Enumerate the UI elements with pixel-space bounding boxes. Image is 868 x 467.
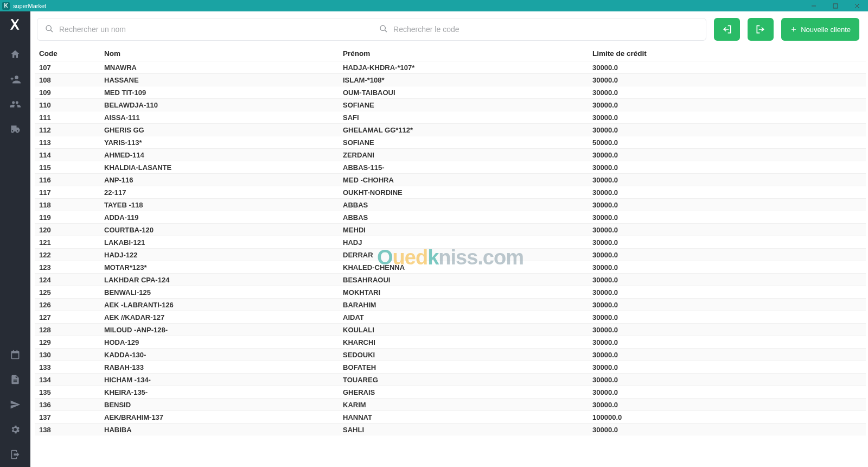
- app-logo[interactable]: [8, 17, 23, 32]
- new-client-label: Nouvelle cliente: [801, 26, 851, 34]
- cell-code: 119: [35, 211, 100, 224]
- cell-prenom: ZERDANI: [339, 149, 588, 161]
- cell-limit: 30000.0: [588, 361, 866, 374]
- nav-truck[interactable]: [0, 117, 30, 142]
- table-row[interactable]: 138HABIBASAHLI30000.0: [35, 424, 866, 436]
- th-code[interactable]: Code: [35, 47, 100, 61]
- nav-home[interactable]: [0, 42, 30, 67]
- cell-prenom: ABBAS-115-: [339, 161, 588, 174]
- clients-table: Code Nom Prénom Limite de crédit 107MNAW…: [35, 47, 866, 436]
- table-row[interactable]: 111AISSA-111SAFI30000.0: [35, 111, 866, 124]
- cell-limit: 30000.0: [588, 286, 866, 299]
- table-row[interactable]: 120COURTBA-120MEHDI30000.0: [35, 224, 866, 236]
- cell-prenom: SEDOUKI: [339, 349, 588, 361]
- table-row[interactable]: 114AHMED-114ZERDANI30000.0: [35, 149, 866, 161]
- table-row[interactable]: 112GHERIS GGGHELAMAL GG*112*30000.0: [35, 124, 866, 136]
- table-row[interactable]: 11722-117OUKHT-NORDINE30000.0: [35, 186, 866, 199]
- th-prenom[interactable]: Prénom: [339, 47, 588, 61]
- cell-code: 129: [35, 336, 100, 349]
- table-row[interactable]: 133RABAH-133BOFATEH30000.0: [35, 361, 866, 374]
- nav-logout[interactable]: [0, 442, 30, 467]
- table-row[interactable]: 134HICHAM -134-TOUAREG30000.0: [35, 374, 866, 386]
- new-client-button[interactable]: Nouvelle cliente: [781, 18, 859, 41]
- table-row[interactable]: 115KHALDIA-LASANTEABBAS-115-30000.0: [35, 161, 866, 174]
- table-row[interactable]: 122HADJ-122DERRAR30000.0: [35, 249, 866, 261]
- minimize-button[interactable]: [803, 0, 825, 11]
- cell-nom: ADDA-119: [100, 211, 339, 224]
- cell-nom: AEK/BRAHIM-137: [100, 411, 339, 424]
- cell-limit: 30000.0: [588, 324, 866, 336]
- cell-code: 110: [35, 99, 100, 111]
- table-row[interactable]: 121LAKABI-121HADJ30000.0: [35, 236, 866, 249]
- cell-code: 109: [35, 86, 100, 99]
- table-row[interactable]: 128MILOUD -ANP-128-KOULALI30000.0: [35, 324, 866, 336]
- cell-code: 130: [35, 349, 100, 361]
- cell-limit: 30000.0: [588, 249, 866, 261]
- cell-nom: BELAWDJA-110: [100, 99, 339, 111]
- table-container[interactable]: Code Nom Prénom Limite de crédit 107MNAW…: [35, 47, 866, 467]
- cell-nom: LAKABI-121: [100, 236, 339, 249]
- th-nom[interactable]: Nom: [100, 47, 339, 61]
- cell-prenom: KHALED-CHENNA: [339, 261, 588, 274]
- cell-limit: 30000.0: [588, 424, 866, 436]
- table-row[interactable]: 127AEK //KADAR-127AIDAT30000.0: [35, 311, 866, 324]
- cell-nom: KHEIRA-135-: [100, 386, 339, 399]
- window-titlebar: K superMarket: [0, 0, 868, 11]
- table-row[interactable]: 109MED TIT-109OUM-TAIBAOUI30000.0: [35, 86, 866, 99]
- cell-nom: MILOUD -ANP-128-: [100, 324, 339, 336]
- cell-prenom: AIDAT: [339, 311, 588, 324]
- search-code-input[interactable]: [393, 25, 698, 34]
- cell-nom: AEK //KADAR-127: [100, 311, 339, 324]
- nav-settings[interactable]: [0, 417, 30, 442]
- cell-nom: TAYEB -118: [100, 199, 339, 211]
- maximize-button[interactable]: [825, 0, 846, 11]
- table-row[interactable]: 137AEK/BRAHIM-137HANNAT100000.0: [35, 411, 866, 424]
- search-name-input[interactable]: [59, 25, 364, 34]
- nav-users[interactable]: [0, 92, 30, 117]
- close-button[interactable]: [846, 0, 868, 11]
- cell-prenom: HANNAT: [339, 411, 588, 424]
- cell-nom: HODA-129: [100, 336, 339, 349]
- table-row[interactable]: 118TAYEB -118ABBAS30000.0: [35, 199, 866, 211]
- cell-limit: 30000.0: [588, 336, 866, 349]
- table-row[interactable]: 108HASSANEISLAM-*108*30000.0: [35, 74, 866, 86]
- table-row[interactable]: 125BENWALI-125MOKHTARI30000.0: [35, 286, 866, 299]
- cell-limit: 30000.0: [588, 74, 866, 86]
- table-row[interactable]: 116ANP-116MED -CHOHRA30000.0: [35, 174, 866, 186]
- cell-limit: 30000.0: [588, 261, 866, 274]
- cell-nom: LAKHDAR CPA-124: [100, 274, 339, 286]
- cell-limit: 30000.0: [588, 149, 866, 161]
- table-row[interactable]: 113YARIS-113*SOFIANE50000.0: [35, 136, 866, 149]
- cell-nom: ANP-116: [100, 174, 339, 186]
- cell-code: 121: [35, 236, 100, 249]
- table-row[interactable]: 124LAKHDAR CPA-124BESAHRAOUI30000.0: [35, 274, 866, 286]
- cell-limit: 30000.0: [588, 311, 866, 324]
- table-row[interactable]: 110BELAWDJA-110SOFIANE30000.0: [35, 99, 866, 111]
- th-limit[interactable]: Limite de crédit: [588, 47, 866, 61]
- nav-send[interactable]: [0, 392, 30, 417]
- export-button[interactable]: [748, 18, 774, 41]
- search-code-wrap: [372, 18, 706, 40]
- table-row[interactable]: 136BENSIDKARIM30000.0: [35, 399, 866, 411]
- nav-document[interactable]: [0, 367, 30, 392]
- table-row[interactable]: 126AEK -LABRANTI-126BARAHIM30000.0: [35, 299, 866, 311]
- import-button[interactable]: [714, 18, 740, 41]
- cell-prenom: BESAHRAOUI: [339, 274, 588, 286]
- cell-code: 134: [35, 374, 100, 386]
- sidebar: [0, 11, 30, 467]
- svg-point-2: [380, 26, 385, 30]
- cell-limit: 30000.0: [588, 186, 866, 199]
- table-row[interactable]: 119ADDA-119ABBAS30000.0: [35, 211, 866, 224]
- nav-calendar[interactable]: [0, 342, 30, 367]
- table-row[interactable]: 123MOTAR*123*KHALED-CHENNA30000.0: [35, 261, 866, 274]
- nav-add-user[interactable]: [0, 67, 30, 92]
- cell-prenom: HADJA-KHDRA-*107*: [339, 61, 588, 74]
- cell-prenom: OUM-TAIBAOUI: [339, 86, 588, 99]
- cell-nom: KADDA-130-: [100, 349, 339, 361]
- search-bar: [37, 18, 706, 41]
- table-row[interactable]: 107MNAWRAHADJA-KHDRA-*107*30000.0: [35, 61, 866, 74]
- table-row[interactable]: 129HODA-129KHARCHI30000.0: [35, 336, 866, 349]
- table-row[interactable]: 130KADDA-130-SEDOUKI30000.0: [35, 349, 866, 361]
- cell-code: 138: [35, 424, 100, 436]
- table-row[interactable]: 135KHEIRA-135-GHERAIS30000.0: [35, 386, 866, 399]
